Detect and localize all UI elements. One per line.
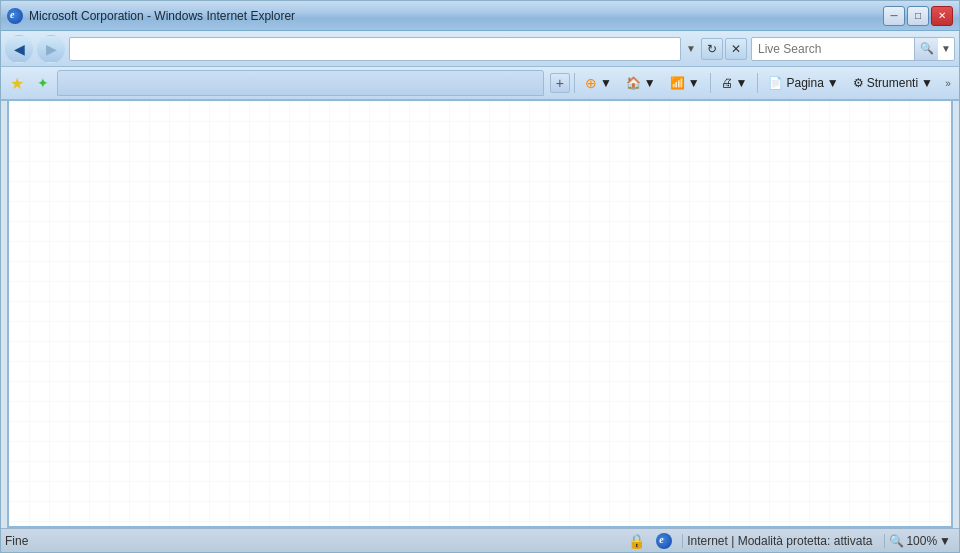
zoom-label: 100% xyxy=(906,534,937,548)
maximize-icon: □ xyxy=(915,10,921,21)
new-tab-button[interactable]: + xyxy=(550,73,570,93)
expand-icon: » xyxy=(945,78,951,89)
content-area xyxy=(7,101,953,528)
rss-icon: ⊕ xyxy=(585,75,597,91)
minimize-icon: ─ xyxy=(890,10,897,21)
zoom-dropdown-icon: ▼ xyxy=(939,534,951,548)
address-dropdown-button[interactable]: ▼ xyxy=(683,37,699,61)
ie-logo-icon xyxy=(7,8,23,24)
refresh-icon: ↻ xyxy=(707,42,717,56)
search-dropdown-button[interactable]: ▼ xyxy=(938,37,954,61)
page-dropdown-icon: ▼ xyxy=(827,76,839,90)
status-ie-logo xyxy=(656,533,672,549)
zoom-icon: 🔍 xyxy=(889,534,904,548)
back-icon: ◀ xyxy=(14,41,25,57)
toolbar-separator-3 xyxy=(757,73,758,93)
add-favorites-button[interactable]: ✦ xyxy=(31,71,55,95)
status-bar: Fine 🔒 Internet | Modalità protetta: att… xyxy=(1,528,959,552)
title-bar: Microsoft Corporation - Windows Internet… xyxy=(1,1,959,31)
tools-button[interactable]: ⚙ Strumenti ▼ xyxy=(847,71,939,95)
status-ie-icon-btn[interactable] xyxy=(654,531,674,551)
toolbar-expand-button[interactable]: » xyxy=(941,71,955,95)
status-icons: 🔒 Internet | Modalità protetta: attivata… xyxy=(626,531,955,551)
address-input[interactable] xyxy=(69,37,681,61)
window-title: Microsoft Corporation - Windows Internet… xyxy=(29,9,877,23)
star-icon: ★ xyxy=(10,74,24,93)
search-button[interactable]: 🔍 xyxy=(914,38,938,60)
forward-button[interactable]: ▶ xyxy=(37,35,65,63)
search-container: 🔍 ▼ xyxy=(751,37,955,61)
page-icon: 📄 xyxy=(768,76,783,90)
stop-button[interactable]: ✕ xyxy=(725,38,747,60)
add-star-icon: ✦ xyxy=(37,75,49,91)
print-icon: 🖨 xyxy=(721,76,733,90)
address-bar-container: ▼ ↻ ✕ xyxy=(69,37,747,61)
content-inner xyxy=(9,101,951,526)
stop-icon: ✕ xyxy=(731,42,741,56)
new-tab-icon: + xyxy=(556,75,564,91)
minimize-button[interactable]: ─ xyxy=(883,6,905,26)
home-dropdown-icon: ▼ xyxy=(644,76,656,90)
status-text: Fine xyxy=(5,534,618,548)
search-input[interactable] xyxy=(752,38,914,60)
home-button[interactable]: 🏠 ▼ xyxy=(620,71,662,95)
globe-icon: 🔒 xyxy=(628,533,645,549)
security-label: Internet | Modalità protetta: attivata xyxy=(687,534,872,548)
status-security-icon-btn[interactable]: 🔒 xyxy=(626,531,646,551)
print-dropdown-icon: ▼ xyxy=(736,76,748,90)
zoom-control[interactable]: 🔍 100% ▼ xyxy=(884,534,955,548)
maximize-button[interactable]: □ xyxy=(907,6,929,26)
page-label: Pagina xyxy=(786,76,823,90)
navigation-bar: ◀ ▶ ▼ ↻ ✕ 🔍 ▼ xyxy=(1,31,959,67)
toolbar-separator-1 xyxy=(574,73,575,93)
tools-icon: ⚙ xyxy=(853,76,864,90)
print-button[interactable]: 🖨 ▼ xyxy=(715,71,754,95)
favorites-button[interactable]: ★ xyxy=(5,71,29,95)
back-button[interactable]: ◀ xyxy=(5,35,33,63)
security-status: Internet | Modalità protetta: attivata xyxy=(682,534,876,548)
home-icon: 🏠 xyxy=(626,76,641,90)
browser-window: Microsoft Corporation - Windows Internet… xyxy=(0,0,960,553)
forward-icon: ▶ xyxy=(46,41,57,57)
search-icon: 🔍 xyxy=(920,42,934,55)
window-controls: ─ □ ✕ xyxy=(883,6,953,26)
toolbar: ★ ✦ + ⊕ ▼ 🏠 ▼ 📶 ▼ 🖨 ▼ 📄 xyxy=(1,67,959,101)
feeds-dropdown-icon: ▼ xyxy=(688,76,700,90)
rss-button[interactable]: ⊕ ▼ xyxy=(579,71,618,95)
close-icon: ✕ xyxy=(938,10,946,21)
rss-dropdown-icon: ▼ xyxy=(600,76,612,90)
feeds-button[interactable]: 📶 ▼ xyxy=(664,71,706,95)
tools-label: Strumenti xyxy=(867,76,918,90)
close-button[interactable]: ✕ xyxy=(931,6,953,26)
toolbar-separator-2 xyxy=(710,73,711,93)
refresh-button[interactable]: ↻ xyxy=(701,38,723,60)
tools-dropdown-icon: ▼ xyxy=(921,76,933,90)
tab-bar xyxy=(57,70,544,96)
page-button[interactable]: 📄 Pagina ▼ xyxy=(762,71,844,95)
feeds-icon: 📶 xyxy=(670,76,685,90)
